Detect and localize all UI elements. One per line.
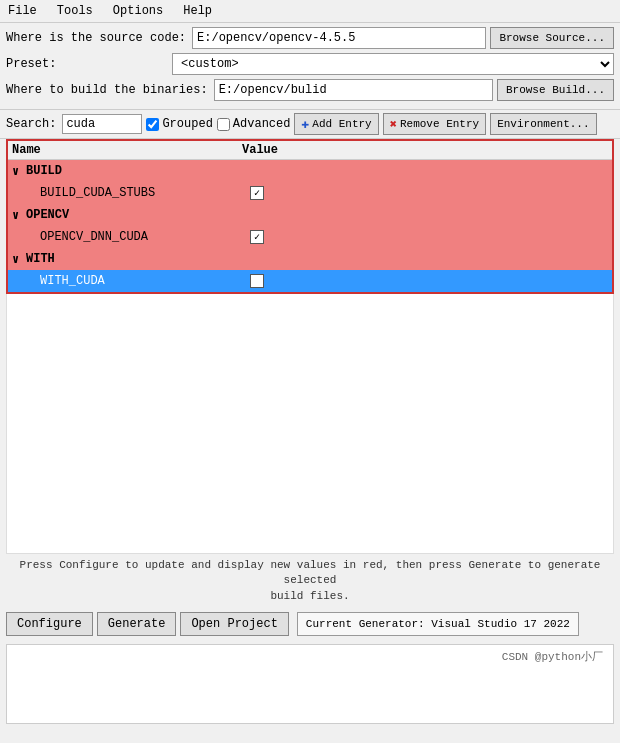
search-input[interactable]	[62, 114, 142, 134]
col-name-header: Name	[12, 143, 242, 157]
table-row[interactable]: ∨ WITH	[8, 248, 612, 270]
watermark: CSDN @python小厂	[7, 645, 613, 668]
table-row[interactable]: BUILD_CUDA_STUBS ✓	[8, 182, 612, 204]
row-name: BUILD_CUDA_STUBS	[40, 186, 250, 200]
row-value: ✓	[250, 186, 264, 200]
advanced-checkbox-group[interactable]: Advanced	[217, 117, 291, 131]
menu-help[interactable]: Help	[179, 2, 216, 20]
search-toolbar: Search: Grouped Advanced ✚ Add Entry ✖ R…	[0, 109, 620, 139]
value-checkbox: ✓	[250, 230, 264, 244]
remove-entry-button[interactable]: ✖ Remove Entry	[383, 113, 486, 135]
preset-label: Preset:	[6, 57, 166, 71]
generate-button[interactable]: Generate	[97, 612, 177, 636]
toggle-icon[interactable]: ∨	[12, 164, 26, 179]
browse-source-button[interactable]: Browse Source...	[490, 27, 614, 49]
row-name: OPENCV	[26, 208, 236, 222]
status-bar: Press Configure to update and display ne…	[6, 558, 614, 604]
build-input[interactable]	[214, 79, 493, 101]
row-name: BUILD	[26, 164, 236, 178]
row-value: ✓	[250, 274, 264, 288]
table-row[interactable]: WITH_CUDA ✓	[8, 270, 612, 292]
toggle-icon[interactable]: ∨	[12, 252, 26, 267]
form-section: Where is the source code: Browse Source.…	[0, 23, 620, 109]
grouped-checkbox[interactable]	[146, 118, 159, 131]
open-project-button[interactable]: Open Project	[180, 612, 288, 636]
bottom-toolbar: Configure Generate Open Project Current …	[0, 608, 620, 640]
table-row[interactable]: ∨ BUILD	[8, 160, 612, 182]
add-entry-button[interactable]: ✚ Add Entry	[294, 113, 378, 135]
source-row: Where is the source code: Browse Source.…	[6, 27, 614, 49]
toggle-icon[interactable]: ∨	[12, 208, 26, 223]
cmake-table: Name Value ∨ BUILD BUILD_CUDA_STUBS ✓ ∨ …	[6, 139, 614, 294]
search-label: Search:	[6, 117, 56, 131]
menu-options[interactable]: Options	[109, 2, 167, 20]
configure-button[interactable]: Configure	[6, 612, 93, 636]
status-line1: Press Configure to update and display ne…	[20, 559, 601, 586]
table-row[interactable]: OPENCV_DNN_CUDA ✓	[8, 226, 612, 248]
menu-file[interactable]: File	[4, 2, 41, 20]
remove-entry-label: Remove Entry	[400, 118, 479, 130]
value-checkbox: ✓	[250, 186, 264, 200]
status-line2: build files.	[270, 590, 349, 602]
col-value-header: Value	[242, 143, 608, 157]
grouped-label: Grouped	[162, 117, 212, 131]
menu-tools[interactable]: Tools	[53, 2, 97, 20]
output-area: CSDN @python小厂	[6, 644, 614, 724]
empty-area	[6, 294, 614, 554]
row-value: ✓	[250, 230, 264, 244]
plus-icon: ✚	[301, 116, 309, 132]
preset-select[interactable]: <custom>	[172, 53, 614, 75]
add-entry-label: Add Entry	[312, 118, 371, 130]
source-label: Where is the source code:	[6, 31, 186, 45]
table-row[interactable]: ∨ OPENCV	[8, 204, 612, 226]
source-input[interactable]	[192, 27, 486, 49]
build-label: Where to build the binaries:	[6, 83, 208, 97]
build-row: Where to build the binaries: Browse Buil…	[6, 79, 614, 101]
row-name: WITH_CUDA	[40, 274, 250, 288]
advanced-label: Advanced	[233, 117, 291, 131]
x-icon: ✖	[390, 117, 397, 132]
environment-button[interactable]: Environment...	[490, 113, 596, 135]
row-name: WITH	[26, 252, 236, 266]
row-name: OPENCV_DNN_CUDA	[40, 230, 250, 244]
advanced-checkbox[interactable]	[217, 118, 230, 131]
generator-label: Current Generator: Visual Studio 17 2022	[297, 612, 579, 636]
value-checkbox: ✓	[250, 274, 264, 288]
menu-bar: File Tools Options Help	[0, 0, 620, 23]
preset-row: Preset: <custom>	[6, 53, 614, 75]
table-header: Name Value	[8, 141, 612, 160]
browse-build-button[interactable]: Browse Build...	[497, 79, 614, 101]
grouped-checkbox-group[interactable]: Grouped	[146, 117, 212, 131]
